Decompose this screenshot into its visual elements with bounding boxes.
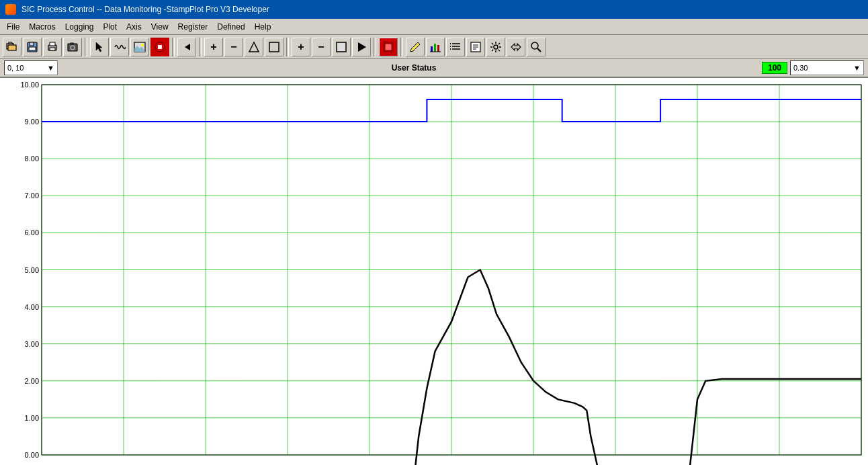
settings-button[interactable]: [486, 38, 505, 56]
svg-rect-7: [50, 48, 55, 50]
separator-3: [199, 38, 202, 56]
status-bar: 0, 10 ▼ User Status 100 0.30 ▼: [0, 59, 868, 78]
rate-dropdown[interactable]: 0.30 ▼: [790, 60, 864, 75]
svg-rect-25: [434, 44, 436, 52]
active-button[interactable]: [379, 38, 398, 56]
counter-display: 100: [762, 62, 787, 74]
range-value: 0, 10: [7, 64, 24, 72]
zoom-triangle-button[interactable]: [245, 38, 263, 56]
zoom-out-button[interactable]: −: [224, 38, 243, 56]
save-button[interactable]: [23, 38, 42, 56]
rate-value: 0.30: [793, 64, 808, 72]
menu-plot[interactable]: Plot: [99, 21, 121, 33]
svg-rect-26: [437, 45, 439, 52]
toolbar: + − + −: [0, 35, 868, 59]
app-icon: [5, 4, 16, 15]
chart-button[interactable]: [426, 38, 445, 56]
svg-rect-20: [337, 42, 346, 52]
box-button[interactable]: [332, 38, 351, 56]
svg-rect-10: [71, 43, 73, 44]
svg-rect-6: [50, 42, 55, 46]
menu-logging[interactable]: Logging: [61, 21, 98, 33]
screenshot-button[interactable]: [63, 38, 82, 56]
print-button[interactable]: [43, 38, 62, 56]
stop-button[interactable]: [150, 38, 169, 56]
svg-marker-21: [358, 42, 366, 52]
svg-marker-11: [96, 42, 102, 52]
cursor-button[interactable]: [90, 38, 109, 56]
svg-rect-19: [269, 42, 279, 52]
list-button[interactable]: [446, 38, 465, 56]
svg-point-38: [494, 45, 498, 49]
range-arrow: ▼: [47, 64, 54, 72]
zoom-in-button[interactable]: +: [204, 38, 223, 56]
chart-canvas: [0, 78, 868, 465]
zoom-rect-button[interactable]: [265, 38, 284, 56]
rate-arrow: ▼: [853, 64, 861, 72]
separator-6: [400, 38, 403, 56]
menu-file[interactable]: File: [3, 21, 24, 33]
register-button[interactable]: [466, 38, 485, 56]
window-title: SIC Process Control -- Data Monitoring -…: [21, 5, 269, 14]
svg-point-14: [141, 44, 144, 46]
separator-5: [374, 38, 376, 56]
svg-marker-17: [185, 44, 190, 50]
svg-point-40: [531, 42, 538, 49]
menu-help[interactable]: Help: [251, 21, 275, 33]
menu-view[interactable]: View: [147, 21, 173, 33]
menu-bar: File Macros Logging Plot Axis View Regis…: [0, 19, 868, 35]
range-dropdown[interactable]: 0, 10 ▼: [4, 60, 58, 75]
separator-4: [286, 38, 289, 56]
title-bar: SIC Process Control -- Data Monitoring -…: [0, 0, 868, 19]
back-button[interactable]: [177, 38, 196, 56]
arrows-button[interactable]: [507, 38, 525, 56]
plus2-button[interactable]: +: [292, 38, 310, 56]
svg-rect-16: [158, 45, 162, 49]
svg-marker-18: [249, 42, 259, 52]
svg-rect-24: [431, 46, 433, 52]
minus2-button[interactable]: −: [312, 38, 331, 56]
chart-area: [0, 78, 868, 465]
svg-line-41: [537, 48, 541, 52]
image-button[interactable]: [130, 38, 149, 56]
menu-defined[interactable]: Defined: [213, 21, 249, 33]
svg-rect-3: [30, 42, 34, 46]
menu-axis[interactable]: Axis: [122, 21, 146, 33]
menu-macros[interactable]: Macros: [25, 21, 59, 33]
search-button[interactable]: [527, 38, 546, 56]
play-button[interactable]: [352, 38, 371, 56]
svg-rect-4: [29, 47, 36, 50]
separator-1: [85, 38, 87, 56]
svg-rect-1: [8, 45, 16, 50]
user-status-label: User Status: [69, 63, 759, 73]
wave-button[interactable]: [110, 38, 129, 56]
open-button[interactable]: [3, 38, 21, 56]
separator-2: [172, 38, 175, 56]
pen-button[interactable]: [406, 38, 425, 56]
svg-marker-39: [511, 44, 521, 50]
svg-rect-23: [385, 44, 392, 50]
menu-register[interactable]: Register: [174, 21, 212, 33]
